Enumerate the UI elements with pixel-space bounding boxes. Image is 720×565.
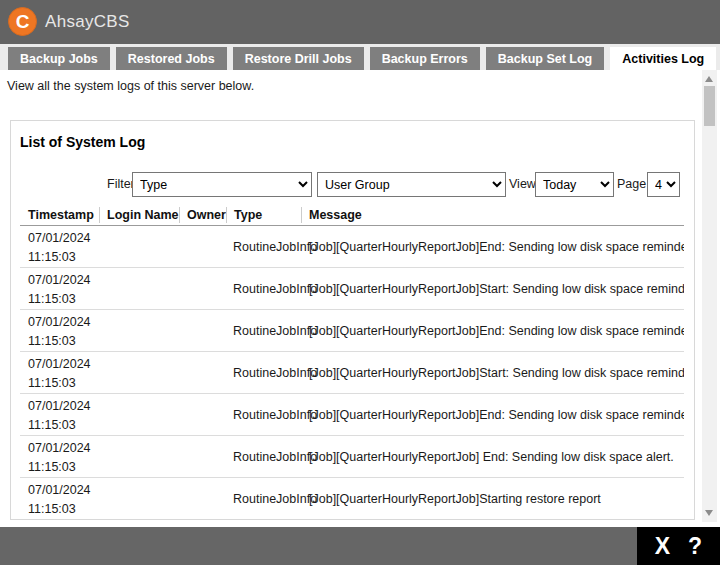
timestamp-time: 11:15:03 bbox=[28, 290, 99, 309]
timestamp-cell: 07/01/2024 11:15:03 bbox=[20, 268, 99, 309]
scroll-down-icon[interactable] bbox=[705, 510, 713, 516]
timestamp-cell: 07/01/2024 11:15:03 bbox=[20, 310, 99, 351]
login-name-cell bbox=[99, 268, 179, 309]
table-row: 07/01/2024 11:15:03 RoutineJobInfo [Job]… bbox=[20, 394, 684, 436]
timestamp-date: 07/01/2024 bbox=[28, 439, 99, 458]
column-header-type: Type bbox=[226, 207, 301, 223]
owner-cell bbox=[179, 352, 226, 393]
message-cell: [Job][QuarterHourlyReportJob]End: Sendin… bbox=[301, 394, 684, 435]
app-title: AhsayCBS bbox=[45, 12, 130, 32]
message-cell: [Job][QuarterHourlyReportJob]Start: Send… bbox=[301, 268, 684, 309]
timestamp-cell: 07/01/2024 11:15:03 bbox=[20, 436, 99, 477]
page-label: Page bbox=[617, 177, 646, 191]
owner-cell bbox=[179, 478, 226, 520]
table-row: 07/01/2024 11:15:03 RoutineJobInfo [Job]… bbox=[20, 352, 684, 394]
message-cell: [Job][QuarterHourlyReportJob]End: Sendin… bbox=[301, 310, 684, 351]
type-filter-select[interactable]: Type bbox=[132, 172, 312, 197]
table-row: 07/01/2024 11:15:03 RoutineJobInfo [Job]… bbox=[20, 478, 684, 520]
column-header-owner: Owner bbox=[179, 207, 226, 223]
tab-backup-set-log[interactable]: Backup Set Log bbox=[486, 47, 604, 70]
login-name-cell bbox=[99, 352, 179, 393]
timestamp-date: 07/01/2024 bbox=[28, 397, 99, 416]
view-label: View bbox=[509, 177, 536, 191]
timestamp-cell: 07/01/2024 11:15:03 bbox=[20, 478, 99, 520]
timestamp-date: 07/01/2024 bbox=[28, 355, 99, 374]
app-header: C AhsayCBS bbox=[0, 0, 720, 44]
timestamp-date: 07/01/2024 bbox=[28, 229, 99, 248]
type-cell: RoutineJobInfo bbox=[226, 352, 301, 393]
timestamp-time: 11:15:03 bbox=[28, 374, 99, 393]
message-cell: [Job][QuarterHourlyReportJob]Starting re… bbox=[301, 478, 684, 520]
view-period-select[interactable]: Today bbox=[535, 172, 614, 197]
footer-bar: X ? bbox=[0, 527, 720, 565]
scroll-up-icon[interactable] bbox=[705, 76, 713, 82]
column-header-message: Message bbox=[301, 207, 684, 223]
footer-actions: X ? bbox=[637, 527, 720, 565]
log-table-body: 07/01/2024 11:15:03 RoutineJobInfo [Job]… bbox=[20, 226, 684, 520]
filter-row: Filter Type User Group View Today Page 4 bbox=[11, 172, 694, 198]
filter-label: Filter bbox=[107, 177, 135, 191]
message-cell: [Job][QuarterHourlyReportJob]End: Sendin… bbox=[301, 226, 684, 267]
type-cell: RoutineJobInfo bbox=[226, 226, 301, 267]
page-select[interactable]: 4 bbox=[647, 172, 680, 197]
table-row: 07/01/2024 11:15:03 RoutineJobInfo [Job]… bbox=[20, 436, 684, 478]
type-cell: RoutineJobInfo bbox=[226, 436, 301, 477]
timestamp-time: 11:15:03 bbox=[28, 332, 99, 351]
scrollbar-thumb[interactable] bbox=[704, 86, 715, 126]
tab-bar: Backup Jobs Restored Jobs Restore Drill … bbox=[0, 44, 720, 70]
timestamp-date: 07/01/2024 bbox=[28, 481, 99, 500]
tab-restore-drill-jobs[interactable]: Restore Drill Jobs bbox=[233, 47, 364, 70]
owner-cell bbox=[179, 310, 226, 351]
timestamp-time: 11:15:03 bbox=[28, 500, 99, 519]
login-name-cell bbox=[99, 310, 179, 351]
table-row: 07/01/2024 11:15:03 RoutineJobInfo [Job]… bbox=[20, 226, 684, 268]
timestamp-date: 07/01/2024 bbox=[28, 313, 99, 332]
tab-activities-log[interactable]: Activities Log bbox=[610, 47, 716, 70]
timestamp-time: 11:15:03 bbox=[28, 248, 99, 267]
vertical-scrollbar[interactable] bbox=[702, 70, 717, 522]
owner-cell bbox=[179, 268, 226, 309]
timestamp-time: 11:15:03 bbox=[28, 458, 99, 477]
close-button[interactable]: X bbox=[655, 535, 670, 558]
timestamp-cell: 07/01/2024 11:15:03 bbox=[20, 352, 99, 393]
help-button[interactable]: ? bbox=[688, 535, 702, 558]
log-table-header: Timestamp Login Name Owner Type Message bbox=[20, 204, 684, 226]
owner-cell bbox=[179, 226, 226, 267]
timestamp-time: 11:15:03 bbox=[28, 416, 99, 435]
column-header-timestamp: Timestamp bbox=[20, 207, 99, 223]
owner-cell bbox=[179, 394, 226, 435]
system-log-panel: List of System Log Filter Type User Grou… bbox=[10, 120, 695, 520]
type-cell: RoutineJobInfo bbox=[226, 310, 301, 351]
user-group-filter-select[interactable]: User Group bbox=[317, 172, 506, 197]
table-row: 07/01/2024 11:15:03 RoutineJobInfo [Job]… bbox=[20, 310, 684, 352]
tab-backup-jobs[interactable]: Backup Jobs bbox=[8, 47, 110, 70]
type-cell: RoutineJobInfo bbox=[226, 394, 301, 435]
message-cell: [Job][QuarterHourlyReportJob]Start: Send… bbox=[301, 352, 684, 393]
login-name-cell bbox=[99, 226, 179, 267]
tab-restored-jobs[interactable]: Restored Jobs bbox=[116, 47, 227, 70]
timestamp-cell: 07/01/2024 11:15:03 bbox=[20, 226, 99, 267]
page-description: View all the system logs of this server … bbox=[7, 79, 254, 93]
owner-cell bbox=[179, 436, 226, 477]
table-row: 07/01/2024 11:15:03 RoutineJobInfo [Job]… bbox=[20, 268, 684, 310]
message-cell: [Job][QuarterHourlyReportJob] End: Sendi… bbox=[301, 436, 684, 477]
type-cell: RoutineJobInfo bbox=[226, 478, 301, 520]
tab-backup-errors[interactable]: Backup Errors bbox=[370, 47, 480, 70]
column-header-login-name: Login Name bbox=[99, 207, 179, 223]
ahsay-logo-icon: C bbox=[8, 7, 37, 36]
timestamp-date: 07/01/2024 bbox=[28, 271, 99, 290]
login-name-cell bbox=[99, 436, 179, 477]
login-name-cell bbox=[99, 394, 179, 435]
panel-title: List of System Log bbox=[20, 134, 145, 150]
timestamp-cell: 07/01/2024 11:15:03 bbox=[20, 394, 99, 435]
type-cell: RoutineJobInfo bbox=[226, 268, 301, 309]
login-name-cell bbox=[99, 478, 179, 520]
